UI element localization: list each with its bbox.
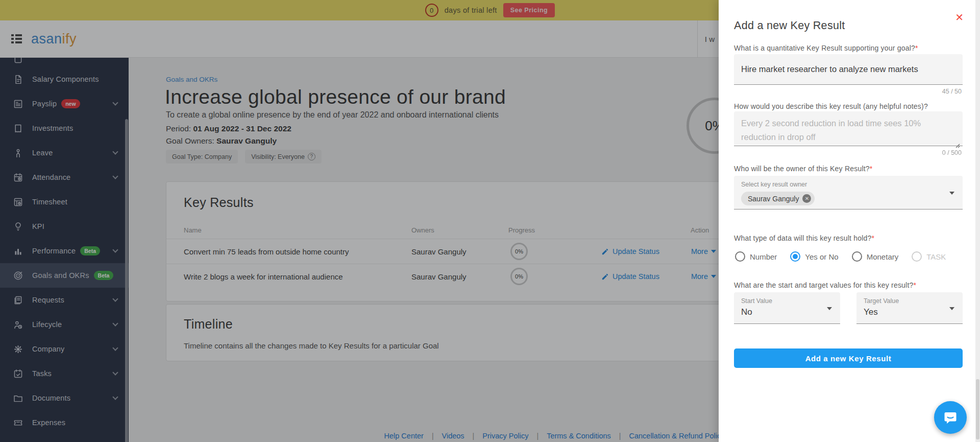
radio-task[interactable]: TASK xyxy=(912,251,946,262)
start-value: No xyxy=(741,307,752,317)
data-type-label: What type of data will this key result h… xyxy=(734,234,874,242)
notes-label: How would you describe this key result (… xyxy=(734,102,928,110)
target-value-select[interactable]: Target Value Yes xyxy=(856,292,963,324)
radio-icon xyxy=(852,251,862,262)
chat-widget-button[interactable] xyxy=(934,401,967,434)
add-key-result-drawer: ✕ Add a new Key Result What is a quantit… xyxy=(719,0,980,442)
data-type-radio-group: Number Yes or No Monetary TASK xyxy=(735,251,946,262)
close-icon[interactable]: ✕ xyxy=(955,12,964,22)
notes-char-counter: 0 / 500 xyxy=(942,149,962,156)
radio-icon xyxy=(735,251,745,262)
notes-textarea[interactable] xyxy=(734,111,963,146)
drawer-scrollbar[interactable] xyxy=(975,0,980,442)
radio-disabled-icon xyxy=(912,251,922,262)
owner-select[interactable]: Select key result owner Saurav Ganguly ✕ xyxy=(734,176,963,210)
radio-number[interactable]: Number xyxy=(735,251,777,262)
owner-select-placeholder: Select key result owner xyxy=(741,181,807,188)
start-target-label: What are the start and target values for… xyxy=(734,281,916,289)
target-value: Yes xyxy=(864,307,878,317)
kr-char-counter: 45 / 50 xyxy=(942,88,962,95)
kr-question-label: What is a quantitative Key Result suppor… xyxy=(734,44,918,52)
radio-monetary[interactable]: Monetary xyxy=(852,251,899,262)
chat-bubble-icon xyxy=(942,409,959,426)
dropdown-arrow-icon xyxy=(949,192,954,195)
key-result-input[interactable] xyxy=(734,54,963,85)
owner-chip: Saurav Ganguly ✕ xyxy=(741,192,815,205)
owner-label: Who will be the owner of this Key Result… xyxy=(734,165,872,173)
dropdown-arrow-icon xyxy=(949,307,954,310)
app-root: 0 days of trial left See Pricing asanify… xyxy=(0,0,980,442)
drawer-title: Add a new Key Result xyxy=(734,19,845,32)
add-key-result-button[interactable]: Add a new Key Result xyxy=(734,348,963,368)
start-value-select[interactable]: Start Value No xyxy=(734,292,840,324)
dropdown-arrow-icon xyxy=(827,307,832,310)
remove-owner-icon[interactable]: ✕ xyxy=(802,194,811,203)
radio-yes-or-no[interactable]: Yes or No xyxy=(790,251,838,262)
radio-selected-icon xyxy=(790,251,800,262)
